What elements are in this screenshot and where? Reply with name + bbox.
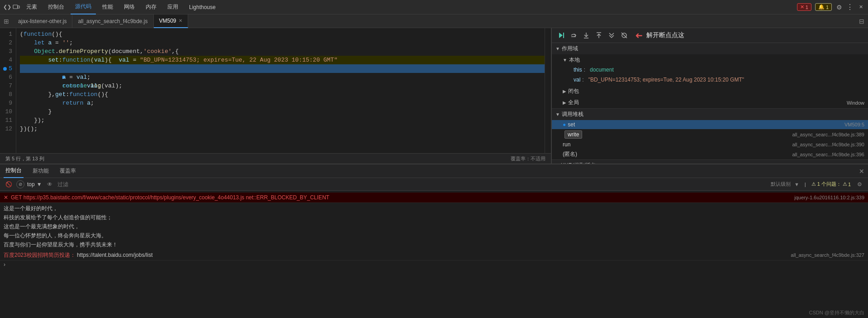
red-arrow-icon: ➜ — [635, 30, 643, 41]
warning-badge[interactable]: 🔔 1 — [815, 3, 832, 11]
tab-label: ajax-listener-other.js — [18, 18, 66, 24]
error-text: GET https://p35.baistatic.com/f/www/cach… — [11, 194, 329, 201]
console-link-file[interactable]: all_async_search_f4c9bde.js:327 — [791, 251, 864, 259]
debug-toolbar: ➜ 解开断点点这 — [552, 28, 868, 43]
scope-title: 作用域 — [562, 45, 578, 53]
tab-all-async-search[interactable]: all_async_search_f4c9bde.js — [72, 14, 153, 28]
nav-lighthouse[interactable]: Lighthouse — [185, 0, 220, 14]
console-text-line-3: 这也是一个最充满想象的时代， — [4, 222, 864, 231]
console-tab-console[interactable]: 控制台 — [4, 164, 24, 178]
code-line-10: } — [20, 107, 545, 116]
annotation-area: ➜ 解开断点点这 — [635, 30, 684, 41]
editor-debugger-row: 1 2 3 4 5 6 7 8 9 10 11 12 (f — [0, 28, 868, 164]
issue-count-text: 1 个问题： — [817, 181, 841, 188]
code-area: 1 2 3 4 5 6 7 8 9 10 11 12 (f — [0, 28, 551, 153]
nav-network[interactable]: 网络 — [119, 0, 139, 14]
callstack-collapse-icon: ▼ — [555, 112, 560, 117]
nav-application[interactable]: 应用 — [163, 0, 183, 14]
code-lines[interactable]: (function(){ let a = ''; Object.definePr… — [16, 28, 545, 153]
xhr-expand-icon: ▶ — [555, 163, 559, 164]
annotation-text: 解开断点点这 — [646, 31, 684, 39]
issue-badge: ⚠ 1 个问题： ⚠ 1 — [811, 181, 851, 188]
scope-global-header[interactable]: ▶ 全局 Window — [563, 98, 868, 107]
error-file[interactable]: jquery-1.6u2016116.10:2.js:339 — [794, 193, 864, 202]
callstack-anonymous[interactable]: (匿名) all_async_searc...f4c9bde.js:396 — [552, 149, 868, 159]
debugger-panel: ➜ 解开断点点这 ▼ 作用域 ▼ 本地 — [551, 28, 868, 164]
console-error-line: ✕ GET https://p35.baistatic.com/f/www/ca… — [0, 193, 868, 203]
global-title: 全局 — [568, 99, 579, 106]
code-line-11: }); — [20, 116, 545, 125]
no-errors-btn[interactable]: ⊘ — [16, 180, 24, 188]
scope-collapse-icon: ▼ — [555, 46, 560, 51]
step-out-btn[interactable] — [593, 30, 604, 41]
default-level-arrow[interactable]: ▼ — [794, 182, 799, 187]
nav-console[interactable]: 控制台 — [43, 0, 69, 14]
close-icon[interactable]: ✕ — [857, 4, 864, 11]
tab-vm509[interactable]: VM509 ✕ — [154, 14, 188, 28]
step-over-btn[interactable] — [568, 30, 579, 41]
scope-closure-header[interactable]: ▶ 闭包 — [563, 87, 868, 96]
issue-warning-icon: ⚠ — [811, 181, 816, 187]
console-link[interactable]: https://talent.baidu.com/jobs/list — [77, 252, 152, 258]
devtools-panel-icon[interactable]: ❮❯ — [4, 4, 11, 11]
code-line-1: (function(){ — [20, 30, 545, 39]
nav-memory[interactable]: 内存 — [141, 0, 161, 14]
svg-rect-3 — [563, 33, 564, 38]
line-numbers: 1 2 3 4 5 6 7 8 9 10 11 12 — [0, 28, 16, 153]
warning-count: 1 — [826, 5, 829, 10]
xhr-section: ▶ XHR/提取断点 — [552, 160, 868, 164]
callstack-anonymous-file: all_async_searc...f4c9bde.js:396 — [792, 152, 864, 157]
console-link-content: 百度2023校园招聘简历投递： https://talent.baidu.com… — [4, 251, 152, 259]
console-link-line: 百度2023校园招聘简历投递： https://talent.baidu.com… — [0, 250, 868, 260]
console-toolbar-right: 默认级别 ▼ | ⚠ 1 个问题： ⚠ 1 ⚙ — [771, 179, 864, 189]
scope-val-row: val : "BD_UPN=12314753; expires=Tue, 22 … — [570, 75, 868, 85]
sidebar-toggle[interactable]: ⊞ — [0, 14, 13, 28]
tab-label: all_async_search_f4c9bde.js — [78, 18, 147, 24]
console-settings-btn[interactable]: ⚙ — [854, 179, 864, 189]
scope-section: ▼ 作用域 ▼ 本地 this : documen — [552, 43, 868, 109]
resume-btn[interactable] — [555, 30, 566, 41]
scope-val-value: "BD_UPN=12314753; expires=Tue, 22 Aug 20… — [588, 76, 744, 84]
deactivate-breakpoints-btn[interactable] — [619, 30, 630, 41]
code-line-2: let a = ''; — [20, 39, 545, 47]
callstack-run[interactable]: run all_async_searc...f4c9bde.js:390 — [552, 140, 868, 149]
error-x: ✕ — [4, 193, 8, 202]
device-toggle-icon[interactable] — [13, 4, 20, 11]
tab-ajax-listener[interactable]: ajax-listener-other.js — [13, 14, 72, 28]
settings-icon[interactable]: ⚙ — [835, 4, 843, 11]
step-into-btn[interactable] — [581, 30, 592, 41]
console-tabs-row: 控制台 新功能 覆盖率 ✕ — [0, 164, 868, 178]
step-btn[interactable] — [606, 30, 617, 41]
console-tab-coverage[interactable]: 覆盖率 — [58, 164, 78, 178]
console-tab-new-features[interactable]: 新功能 — [31, 164, 51, 178]
callstack-write[interactable]: write all_async_searc...f4c9bde.js:389 — [552, 129, 868, 140]
clear-console-btn[interactable]: 🚫 — [4, 179, 14, 189]
editor-scrollbar[interactable] — [545, 28, 551, 153]
nav-elements[interactable]: 元素 — [22, 0, 42, 14]
callstack-set[interactable]: ● set VM509:5 — [552, 120, 868, 129]
xhr-title: XHR/提取断点 — [561, 162, 596, 164]
nav-performance[interactable]: 性能 — [98, 0, 118, 14]
callstack-run-name: run — [563, 141, 570, 148]
cursor-position: 第 5 行，第 13 列 — [5, 155, 44, 162]
console-close-btn[interactable]: ✕ — [859, 168, 864, 175]
red-text: 百度2023校园招聘简历投递： — [4, 252, 76, 258]
scope-val-key: val — [574, 76, 580, 84]
tab-close-icon[interactable]: ✕ — [179, 18, 182, 23]
code-line-12: })(); — [20, 125, 545, 133]
global-window-label: Window — [847, 100, 864, 106]
eye-filter-btn[interactable]: 👁 — [45, 179, 55, 189]
xhr-header[interactable]: ▶ XHR/提取断点 — [552, 160, 868, 164]
filter-input[interactable] — [57, 181, 94, 188]
scope-header[interactable]: ▼ 作用域 — [552, 43, 868, 54]
call-stack-header[interactable]: ▼ 调用堆栈 — [552, 109, 868, 120]
callstack-set-name: set — [568, 121, 575, 128]
scope-local-header[interactable]: ▼ 本地 — [563, 55, 868, 65]
top-dropdown-icon[interactable]: ▼ — [37, 181, 42, 188]
nav-sources[interactable]: 源代码 — [71, 0, 96, 14]
split-pane-icon[interactable]: ⊟ — [855, 14, 868, 28]
code-line-7: return val; — [20, 82, 545, 90]
error-badge[interactable]: ✕ 1 — [797, 3, 811, 11]
more-icon[interactable]: ⋮ — [846, 4, 854, 11]
console-toolbar: 🚫 ⊘ top ▼ 👁 默认级别 ▼ | ⚠ 1 个问题： ⚠ 1 — [0, 178, 868, 191]
